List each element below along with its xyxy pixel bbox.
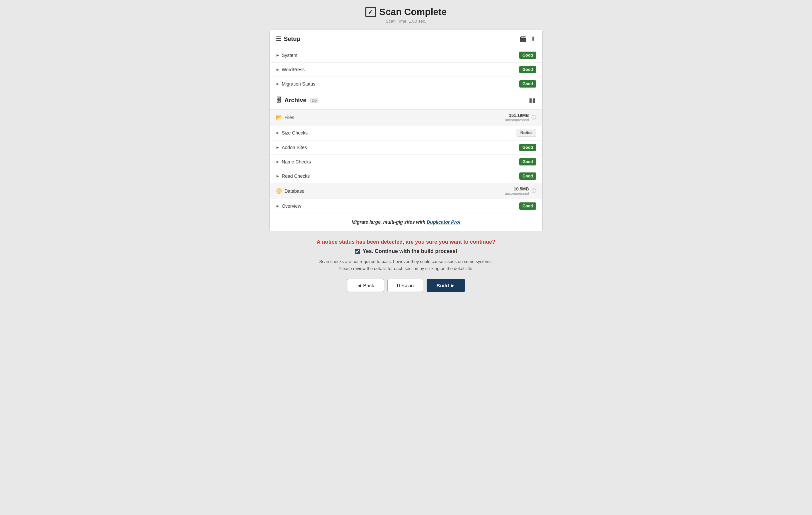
build-button[interactable]: Build ► <box>427 279 465 292</box>
row-label: ► System <box>276 53 297 58</box>
zip-badge: zip <box>311 98 318 103</box>
status-badge: Good <box>519 173 536 180</box>
row-label: ► Size Checks <box>276 130 308 135</box>
arrow-icon: ► <box>276 82 280 86</box>
status-badge: Good <box>519 66 536 73</box>
arrow-icon: ► <box>276 174 280 178</box>
archive-icon: 🗄 <box>276 97 282 104</box>
status-badge: Good <box>519 52 536 59</box>
files-label: 📂 Files <box>276 114 294 121</box>
check-icon <box>366 7 376 17</box>
row-label: ► Migration Status <box>276 81 315 87</box>
database-group-header: 📀 Database 10.5MB uncompressed ⓘ <box>270 183 542 199</box>
setup-actions: 🎬 ⬇ <box>519 35 536 43</box>
page-header: Scan Complete Scan Time: 1.60 sec. <box>366 7 446 24</box>
archive-actions: ▮▮ <box>528 96 536 104</box>
arrow-icon: ► <box>276 204 280 208</box>
arrow-icon: ► <box>276 145 280 150</box>
help-icon[interactable]: ⓘ <box>531 188 536 194</box>
status-badge: Good <box>519 203 536 210</box>
files-size-info: 151.19MB uncompressed <box>505 113 529 122</box>
back-button[interactable]: ◄ Back <box>347 279 384 292</box>
table-row[interactable]: ► Name Checks Good <box>270 155 542 169</box>
folder-icon: 📂 <box>276 114 283 121</box>
row-meta: Notice <box>517 129 536 137</box>
table-row[interactable]: ► Size Checks Notice <box>270 125 542 141</box>
arrow-icon: ► <box>276 159 280 164</box>
arrow-icon: ► <box>276 53 280 58</box>
help-icon[interactable]: ⓘ <box>531 115 536 121</box>
archive-title: 🗄 Archive zip <box>276 97 318 104</box>
action-buttons: ◄ Back Rescan Build ► <box>317 279 495 292</box>
status-badge: Good <box>519 158 536 165</box>
notice-confirm: Yes. Continue with the build process! <box>317 248 495 254</box>
row-meta: Good <box>519 52 536 59</box>
video-icon-button[interactable]: 🎬 <box>519 35 527 43</box>
database-rows: ► Overview Good <box>270 199 542 213</box>
row-meta: Good <box>519 66 536 73</box>
database-label: 📀 Database <box>276 188 304 194</box>
row-meta: Good <box>519 80 536 88</box>
arrow-icon: ► <box>276 67 280 72</box>
row-meta: Good <box>519 158 536 165</box>
confirm-checkbox[interactable] <box>355 249 360 254</box>
save-icon-button[interactable]: ▮▮ <box>528 96 536 104</box>
download-icon-button[interactable]: ⬇ <box>530 35 536 43</box>
promo-link[interactable]: Duplicator Pro! <box>427 219 460 225</box>
row-label: ► WordPress <box>276 67 305 72</box>
files-group-header: 📂 Files 151.19MB uncompressed ⓘ <box>270 110 542 125</box>
setup-section-header: ☰ Setup 🎬 ⬇ <box>270 30 542 48</box>
setup-list-icon: ☰ <box>276 35 281 42</box>
table-row[interactable]: ► Migration Status Good <box>270 77 542 91</box>
table-row[interactable]: ► Read Checks Good <box>270 169 542 183</box>
notice-description: Scan checks are not required to pass, ho… <box>317 258 495 272</box>
notice-area: A notice status has been detected, are y… <box>310 239 502 292</box>
arrow-icon: ► <box>276 130 280 135</box>
row-label: ► Read Checks <box>276 174 310 179</box>
setup-rows: ► System Good ► WordPress Good ► Migrati… <box>270 48 542 91</box>
title-text: Scan Complete <box>379 7 446 17</box>
files-rows: ► Size Checks Notice ► Addon Sites Good … <box>270 125 542 183</box>
promo-text: Migrate large, multi-gig sites with Dupl… <box>352 219 461 225</box>
table-row[interactable]: ► System Good <box>270 48 542 63</box>
row-meta: Good <box>519 203 536 210</box>
row-meta: Good <box>519 144 536 151</box>
rescan-button[interactable]: Rescan <box>387 279 424 292</box>
table-row[interactable]: ► Addon Sites Good <box>270 141 542 155</box>
scan-complete-title: Scan Complete <box>366 7 446 17</box>
database-meta: 10.5MB uncompressed ⓘ <box>505 186 536 195</box>
row-label: ► Addon Sites <box>276 145 307 150</box>
row-label: ► Overview <box>276 203 301 209</box>
row-label: ► Name Checks <box>276 159 311 164</box>
main-card: ☰ Setup 🎬 ⬇ ► System Good ► WordPress Go… <box>269 30 543 231</box>
table-row[interactable]: ► WordPress Good <box>270 63 542 77</box>
database-size-info: 10.5MB uncompressed <box>505 186 529 195</box>
row-meta: Good <box>519 173 536 180</box>
confirm-label: Yes. Continue with the build process! <box>363 248 457 254</box>
promo-area: Migrate large, multi-gig sites with Dupl… <box>270 213 542 231</box>
status-badge: Good <box>519 144 536 151</box>
files-meta: 151.19MB uncompressed ⓘ <box>505 113 536 122</box>
setup-title: ☰ Setup <box>276 35 300 42</box>
archive-section-header: 🗄 Archive zip ▮▮ <box>270 91 542 110</box>
status-badge: Notice <box>517 129 536 137</box>
status-badge: Good <box>519 80 536 88</box>
database-icon: 📀 <box>276 188 283 194</box>
notice-warning-text: A notice status has been detected, are y… <box>317 239 495 245</box>
scan-time: Scan Time: 1.60 sec. <box>366 19 446 24</box>
table-row[interactable]: ► Overview Good <box>270 199 542 213</box>
